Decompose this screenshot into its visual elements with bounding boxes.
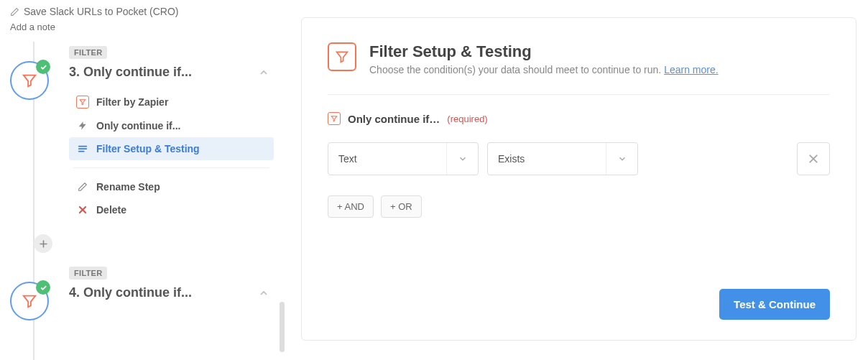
substep-rename[interactable]: Rename Step: [69, 175, 274, 198]
card-title: Filter Setup & Testing: [369, 42, 719, 61]
scrollbar-thumb[interactable]: [280, 302, 285, 352]
divider: [73, 167, 269, 168]
substep-label: Delete: [96, 204, 126, 216]
section-header: Only continue if… (required): [328, 112, 830, 125]
step-4: FILTER 4. Only continue if...: [10, 266, 274, 320]
section-title: Only continue if…: [348, 113, 440, 125]
add-and-button[interactable]: + AND: [328, 195, 374, 218]
plus-icon: [39, 239, 48, 249]
add-note-link[interactable]: Add a note: [10, 22, 274, 32]
field-select-value: Text: [328, 153, 446, 165]
substep-label: Only continue if...: [96, 120, 180, 131]
substep-label: Rename Step: [96, 181, 160, 193]
funnel-icon: [328, 42, 356, 71]
chevron-up-icon: [258, 67, 274, 78]
substep-filter-by-zapier[interactable]: Filter by Zapier: [69, 90, 274, 114]
chevron-up-icon: [258, 287, 274, 299]
card-subtitle: Choose the condition(s) your data should…: [369, 64, 719, 75]
funnel-icon: [22, 73, 37, 88]
main-panel: Filter Setup & Testing Choose the condit…: [284, 0, 868, 360]
remove-condition-button[interactable]: [797, 142, 830, 175]
add-step-button[interactable]: [34, 234, 52, 253]
funnel-icon: [328, 112, 341, 125]
field-select[interactable]: Text: [328, 142, 479, 175]
operator-select[interactable]: Exists: [487, 142, 638, 175]
divider: [328, 94, 830, 95]
step-badge[interactable]: [10, 282, 49, 320]
filter-badge: FILTER: [69, 46, 107, 59]
pencil-icon: [76, 182, 89, 192]
check-badge-icon: [36, 60, 50, 74]
step-header[interactable]: 4. Only continue if...: [69, 285, 274, 300]
step-title: 4. Only continue if...: [69, 285, 192, 300]
check-badge-icon: [36, 280, 50, 295]
funnel-icon: [76, 96, 89, 109]
chevron-down-icon: [606, 143, 637, 175]
close-icon: [808, 153, 819, 165]
substep-delete[interactable]: Delete: [69, 198, 274, 221]
zap-title[interactable]: Save Slack URLs to Pocket (CRO): [10, 6, 274, 17]
zap-title-text: Save Slack URLs to Pocket (CRO): [24, 6, 179, 17]
operator-select-value: Exists: [488, 153, 606, 165]
add-or-button[interactable]: + OR: [381, 195, 422, 218]
substep-filter-setup[interactable]: Filter Setup & Testing: [69, 137, 274, 160]
list-icon: [76, 144, 89, 154]
card-subtitle-text: Choose the condition(s) your data should…: [369, 64, 664, 75]
filter-badge: FILTER: [69, 267, 107, 280]
required-label: (required): [447, 114, 487, 124]
step-3: FILTER 3. Only continue if... Filter by …: [10, 45, 274, 221]
filter-card: Filter Setup & Testing Choose the condit…: [301, 17, 857, 341]
step-title: 3. Only continue if...: [69, 65, 192, 80]
lightning-icon: [76, 121, 89, 131]
close-icon: [76, 205, 89, 215]
learn-more-link[interactable]: Learn more.: [664, 64, 718, 75]
step-badge[interactable]: [10, 61, 49, 100]
substep-label: Filter by Zapier: [96, 96, 168, 108]
test-continue-button[interactable]: Test & Continue: [719, 289, 830, 320]
condition-row: Text Exists: [328, 142, 830, 175]
pencil-icon: [10, 7, 19, 17]
step-header[interactable]: 3. Only continue if...: [69, 65, 274, 80]
chevron-down-icon: [446, 143, 478, 175]
substep-label: Filter Setup & Testing: [96, 143, 200, 154]
step-substeps: Filter by Zapier Only continue if... Fil…: [69, 90, 274, 221]
substep-only-continue[interactable]: Only continue if...: [69, 114, 274, 137]
funnel-icon: [22, 293, 37, 309]
